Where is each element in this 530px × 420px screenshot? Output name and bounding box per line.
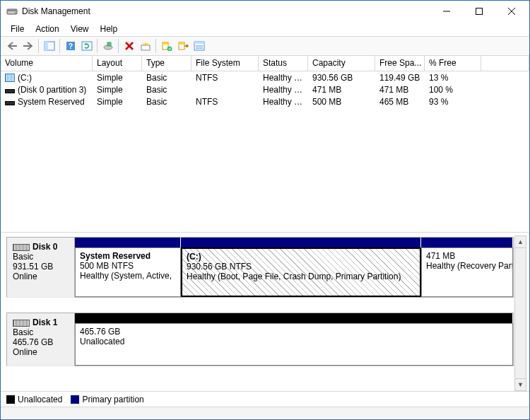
- window-controls: [430, 1, 528, 22]
- maximize-button[interactable]: [463, 1, 495, 22]
- volume-fs: NTFS: [192, 97, 259, 107]
- separator: [155, 39, 156, 53]
- disk-row: Disk 0Basic931.51 GBOnlineSystem Reserve…: [6, 237, 514, 298]
- partition[interactable]: 471 MBHealthy (Recovery Partitio: [421, 247, 513, 297]
- rescan-disks-button[interactable]: [100, 38, 116, 54]
- partition-size: 471 MB: [426, 251, 508, 261]
- delete-button[interactable]: [121, 38, 137, 54]
- volume-icon: [5, 101, 15, 105]
- partition-title: System Reserved: [80, 251, 176, 261]
- volume-pctfree: 93 %: [425, 97, 481, 107]
- volume-row[interactable]: (Disk 0 partition 3)SimpleBasicHealthy (…: [1, 83, 529, 95]
- partition-status: Healthy (Boot, Page File, Crash Dump, Pr…: [187, 272, 416, 281]
- disk-icon: [13, 320, 30, 327]
- partition-size: 930.56 GB NTFS: [187, 262, 416, 272]
- volume-fs: NTFS: [192, 73, 259, 83]
- disk-graphical-view: Disk 0Basic931.51 GBOnlineSystem Reserve…: [1, 233, 529, 391]
- volume-type: Basic: [142, 73, 192, 83]
- partition-status: Healthy (Recovery Partitio: [426, 261, 508, 271]
- volume-pctfree: 13 %: [425, 73, 481, 83]
- show-hide-console-tree-button[interactable]: [41, 38, 57, 54]
- volume-status: Healthy (S...: [259, 97, 308, 107]
- svg-rect-14: [141, 45, 150, 50]
- menu-help[interactable]: Help: [95, 23, 124, 35]
- disk-state: Online: [13, 272, 69, 281]
- partition-title: (C:): [187, 252, 416, 262]
- menubar: File Action View Help: [1, 22, 529, 36]
- volume-capacity: 930.56 GB: [308, 73, 375, 83]
- svg-rect-16: [163, 43, 167, 45]
- app-icon: [6, 6, 18, 17]
- close-button[interactable]: [495, 1, 528, 22]
- volume-status: Healthy (R...: [259, 85, 308, 95]
- col-volume[interactable]: Volume: [1, 56, 93, 71]
- disk-size: 931.51 GB: [13, 262, 69, 272]
- format-button[interactable]: [137, 38, 153, 54]
- disk-label[interactable]: Disk 1Basic465.76 GBOnline: [6, 313, 75, 366]
- volume-type: Basic: [142, 85, 192, 95]
- disk-label[interactable]: Disk 0Basic931.51 GBOnline: [6, 237, 75, 298]
- volume-pctfree: 100 %: [425, 85, 481, 95]
- col-filesystem[interactable]: File System: [192, 56, 259, 71]
- refresh-button[interactable]: [78, 38, 95, 54]
- disk-partitions: 465.76 GBUnallocated: [75, 313, 514, 366]
- scroll-down-button[interactable]: ▼: [515, 378, 526, 390]
- volume-list[interactable]: Volume Layout Type File System Status Ca…: [1, 56, 529, 233]
- attach-vhd-button[interactable]: ✓: [158, 38, 175, 54]
- svg-rect-11: [82, 42, 92, 50]
- col-layout[interactable]: Layout: [93, 56, 142, 71]
- statusbar: [1, 407, 529, 420]
- swatch-black-icon: [6, 395, 15, 404]
- volume-row[interactable]: System ReservedSimpleBasicNTFSHealthy (S…: [1, 95, 529, 107]
- toolbar: ? ✓: [1, 36, 529, 56]
- volume-capacity: 471 MB: [308, 85, 375, 95]
- svg-point-2: [15, 12, 16, 13]
- help-button[interactable]: ?: [62, 38, 78, 54]
- disk-icon: [13, 244, 30, 251]
- partition-size: 465.76 GB: [80, 327, 508, 337]
- back-button[interactable]: [4, 38, 20, 54]
- volume-free: 119.49 GB: [375, 73, 425, 83]
- titlebar: Disk Management: [1, 1, 529, 22]
- volume-name: (Disk 0 partition 3): [18, 85, 86, 95]
- partition-size: 500 MB NTFS: [80, 261, 176, 271]
- minimize-button[interactable]: [430, 1, 463, 22]
- volume-free: 471 MB: [375, 85, 425, 95]
- separator: [118, 39, 119, 53]
- disk-type: Basic: [13, 252, 69, 262]
- partition[interactable]: (C:)930.56 GB NTFSHealthy (Boot, Page Fi…: [181, 247, 421, 297]
- volume-layout: Simple: [93, 73, 142, 83]
- scroll-up-button[interactable]: ▲: [515, 236, 526, 248]
- vertical-scrollbar[interactable]: ▲ ▼: [514, 235, 526, 391]
- disk-size: 465.76 GB: [13, 337, 69, 347]
- svg-rect-8: [45, 42, 48, 50]
- disk-type: Basic: [13, 327, 69, 337]
- partition[interactable]: System Reserved500 MB NTFSHealthy (Syste…: [75, 247, 181, 297]
- svg-rect-4: [476, 8, 483, 15]
- col-status[interactable]: Status: [259, 56, 308, 71]
- col-freespace[interactable]: Free Spa...: [375, 56, 425, 71]
- properties-button[interactable]: [191, 38, 207, 54]
- partition[interactable]: 465.76 GBUnallocated: [75, 323, 513, 366]
- disk-row: Disk 1Basic465.76 GBOnline465.76 GBUnall…: [6, 313, 514, 366]
- volume-layout: Simple: [93, 85, 142, 95]
- menu-action[interactable]: Action: [30, 23, 64, 35]
- menu-view[interactable]: View: [65, 23, 95, 35]
- legend-primary: Primary partition: [71, 395, 143, 404]
- separator: [38, 39, 39, 53]
- volume-icon: [5, 74, 15, 82]
- forward-button[interactable]: [20, 38, 36, 54]
- partition-status: Healthy (System, Active,: [80, 271, 176, 281]
- volume-type: Basic: [142, 97, 192, 107]
- swatch-navy-icon: [71, 395, 79, 404]
- col-pctfree[interactable]: % Free: [425, 56, 481, 71]
- detach-vhd-button[interactable]: [175, 38, 191, 54]
- svg-text:?: ?: [68, 42, 72, 50]
- volume-row[interactable]: (C:)SimpleBasicNTFSHealthy (B...930.56 G…: [1, 71, 529, 83]
- menu-file[interactable]: File: [5, 23, 30, 35]
- volume-icon: [5, 89, 15, 93]
- col-tail: [481, 56, 529, 71]
- svg-rect-13: [107, 42, 111, 46]
- col-type[interactable]: Type: [142, 56, 192, 71]
- col-capacity[interactable]: Capacity: [308, 56, 375, 71]
